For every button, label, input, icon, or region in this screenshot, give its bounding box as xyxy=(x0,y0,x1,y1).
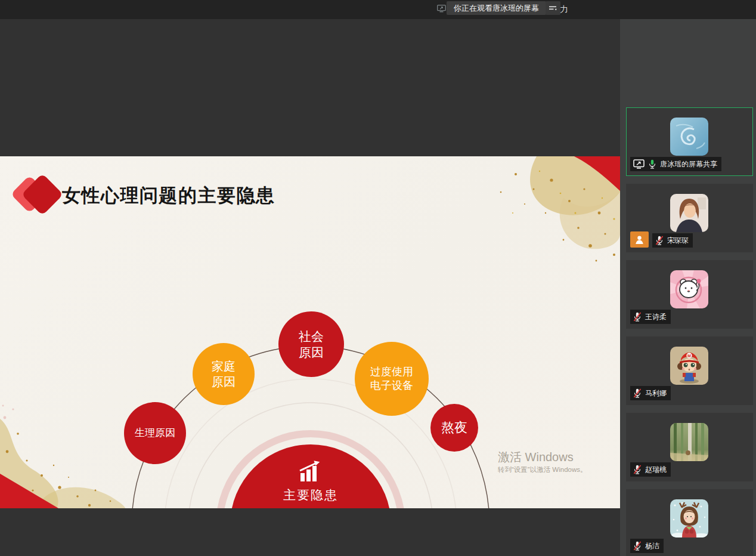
mic-on-icon xyxy=(648,159,656,169)
bubble-family-cause: 家庭 原因 xyxy=(193,343,255,405)
avatar xyxy=(670,423,708,461)
participant-name: 杨洁 xyxy=(645,541,659,551)
participant-label: 唐冰瑶的屏幕共享 xyxy=(630,157,721,171)
participant-tile[interactable]: 赵瑞桃 xyxy=(626,413,753,481)
avatar xyxy=(670,270,708,308)
top-bar-partial-text: 力 xyxy=(560,4,568,15)
participant-label: 宋琛琛 xyxy=(652,233,693,248)
presentation-slide: 女性心理问题的主要隐患 生理原因 家庭 原因 社会 原因 过度使用 电子设备 熬… xyxy=(0,156,620,508)
avatar xyxy=(670,194,708,232)
rising-bar-chart-icon xyxy=(298,460,324,481)
shared-screen-stage: 女性心理问题的主要隐患 生理原因 家庭 原因 社会 原因 过度使用 电子设备 熬… xyxy=(0,19,620,556)
participant-tile[interactable]: 王诗柔 xyxy=(626,260,753,329)
participant-tile[interactable]: M 马利娜 xyxy=(626,336,753,405)
bubble-physiological-cause: 生理原因 xyxy=(124,402,186,464)
bubble-social-cause: 社会 原因 xyxy=(278,311,344,377)
participant-name: 唐冰瑶的屏幕共享 xyxy=(660,159,717,169)
screen-share-icon xyxy=(633,159,645,169)
mic-muted-icon xyxy=(633,541,642,551)
svg-text:M: M xyxy=(687,354,691,358)
participant-label: 马利娜 xyxy=(630,386,671,400)
participants-panel: 唐冰瑶的屏幕共享 xyxy=(620,19,756,556)
center-bubble-label: 主要隐患 xyxy=(283,487,338,504)
participant-name: 赵瑞桃 xyxy=(645,465,667,475)
watching-screen-banner: 你正在观看唐冰瑶的屏幕 xyxy=(447,1,546,15)
windows-activation-watermark: 激活 Windows 转到“设置”以激活 Windows。 xyxy=(498,450,587,474)
bubble-electronic-device-overuse: 过度使用 电子设备 xyxy=(355,342,429,416)
participant-label: 王诗柔 xyxy=(630,310,671,324)
participant-tile-screen-share[interactable]: 唐冰瑶的屏幕共享 xyxy=(626,107,753,176)
screen-share-indicator-icon xyxy=(437,5,446,13)
avatar xyxy=(670,499,708,538)
mic-muted-icon xyxy=(633,465,642,474)
host-badge xyxy=(630,231,649,248)
participant-tile[interactable]: 杨洁 xyxy=(626,489,753,556)
avatar: M xyxy=(670,347,708,385)
bubble-staying-up-late: 熬夜 xyxy=(430,404,478,452)
mic-muted-icon xyxy=(633,388,642,398)
avatar xyxy=(670,118,708,156)
participant-name: 宋琛琛 xyxy=(667,236,689,246)
mic-muted-icon xyxy=(655,236,664,245)
participant-label: 杨洁 xyxy=(630,539,664,553)
participant-name: 马利娜 xyxy=(645,388,667,399)
person-icon xyxy=(635,235,644,244)
participant-label: 赵瑞桃 xyxy=(630,462,671,477)
layout-lines-icon xyxy=(549,5,557,12)
mic-muted-icon xyxy=(633,312,642,322)
top-bar: 你正在观看唐冰瑶的屏幕 力 xyxy=(0,0,756,19)
view-layout-menu-button[interactable] xyxy=(546,1,560,15)
participant-name: 王诗柔 xyxy=(645,312,667,322)
participant-tile[interactable]: 宋琛琛 xyxy=(626,184,753,252)
